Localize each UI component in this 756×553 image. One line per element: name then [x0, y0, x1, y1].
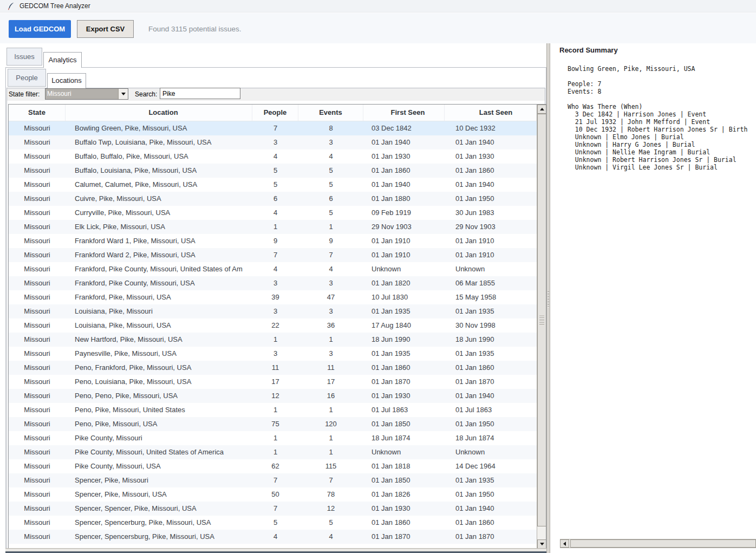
header-cell-first-seen[interactable]: First Seen — [363, 105, 445, 121]
header-cell-state[interactable]: State — [9, 105, 66, 121]
cell-state: Missouri — [9, 403, 66, 417]
cell-people: 39 — [252, 290, 298, 304]
tab-analytics[interactable]: Analytics — [43, 52, 82, 68]
table-row[interactable]: Missouri Peno, Peno, Pike, Missouri, USA… — [9, 389, 537, 403]
dropdown-arrow-button[interactable] — [118, 89, 128, 99]
table-row[interactable]: Missouri Pike County, Missouri, USA 62 1… — [9, 459, 537, 473]
cell-first-seen: 01 Jan 1940 — [363, 135, 445, 149]
table-row[interactable]: Missouri Paynesville, Pike, Missouri, US… — [9, 347, 537, 361]
table-row[interactable]: Missouri Spencer, Spencer, Pike, Missour… — [9, 502, 537, 516]
cell-people: 7 — [252, 248, 298, 262]
table-row[interactable]: Missouri Frankford Ward 2, Pike, Missour… — [9, 248, 537, 262]
scroll-left-button[interactable] — [560, 539, 569, 548]
header-cell-people[interactable]: People — [252, 105, 298, 121]
cell-events: 1 — [298, 445, 363, 459]
table-row[interactable]: Missouri Pike County, Missouri, United S… — [9, 445, 537, 459]
table-row[interactable]: Missouri Louisiana, Pike, Missouri 3 3 0… — [9, 304, 537, 318]
cell-events: 3 — [298, 276, 363, 290]
table-row[interactable]: Missouri New Hartford, Pike, Missouri, U… — [9, 333, 537, 347]
cell-first-seen: 01 Jan 1940 — [363, 178, 445, 192]
cell-location: Bowling Green, Pike, Missouri, USA — [66, 121, 252, 135]
table-row[interactable]: Missouri Peno, Frankford, Pike, Missouri… — [9, 361, 537, 375]
table-row[interactable]: Missouri Frankford, Pike, Missouri, USA … — [9, 290, 537, 304]
table-row[interactable]: Missouri Frankford, Pike County, Missour… — [9, 262, 537, 276]
cell-events: 4 — [298, 530, 363, 544]
table-row[interactable]: Missouri Curryville, Pike, Missouri, USA… — [9, 206, 537, 220]
table-row[interactable]: Missouri Peno, Louisiana, Pike, Missouri… — [9, 375, 537, 389]
summary-scrollbar-thumb[interactable] — [570, 539, 756, 548]
cell-events: 1 — [298, 333, 363, 347]
table-row[interactable]: Missouri Spencer, Pike, Missouri, USA 50… — [9, 487, 537, 502]
cell-location: Peno, Pike, Missouri, USA — [66, 417, 252, 431]
cell-location: Paynesville, Pike, Missouri, USA — [66, 347, 252, 361]
table-row[interactable]: Missouri Bowling Green, Pike, Missouri, … — [9, 121, 537, 135]
cell-last-seen: 01 Jan 1935 — [445, 473, 537, 487]
table-row[interactable]: Missouri Frankford, Pike County, Missour… — [9, 276, 537, 290]
cell-events: 3 — [298, 347, 363, 361]
table-row[interactable]: Missouri Frankford Ward 1, Pike, Missour… — [9, 234, 537, 248]
cell-state: Missouri — [9, 459, 66, 473]
cell-first-seen: 01 Jan 1935 — [363, 347, 445, 361]
table-row[interactable]: Missouri Buffalo, Louisiana, Pike, Misso… — [9, 164, 537, 178]
table-row[interactable]: Missouri Elk Lick, Pike, Missouri, USA 1… — [9, 220, 537, 234]
cell-location: Louisiana, Pike, Missouri, USA — [66, 318, 252, 333]
tab-locations[interactable]: Locations — [47, 73, 86, 88]
cell-last-seen: 01 Jan 1870 — [445, 375, 537, 389]
table-row[interactable]: Missouri Spencer, Pike, Missouri 7 7 01 … — [9, 473, 537, 487]
state-filter-combobox[interactable]: Missouri — [45, 88, 128, 100]
header-cell-last-seen[interactable]: Last Seen — [445, 105, 537, 121]
load-gedcom-button[interactable]: Load GEDCOM — [9, 20, 71, 38]
table-row[interactable]: Missouri Pike County, Missouri 1 1 18 Ju… — [9, 431, 537, 445]
summary-horizontal-scrollbar[interactable] — [560, 539, 756, 548]
header-cell-events[interactable]: Events — [298, 105, 363, 121]
cell-state: Missouri — [9, 220, 66, 234]
table-row[interactable]: Missouri Peno, Pike, Missouri, United St… — [9, 403, 537, 417]
cell-people: 6 — [252, 192, 298, 206]
table-row[interactable]: Missouri Calumet, Calumet, Pike, Missour… — [9, 178, 537, 192]
pane-sash[interactable] — [546, 43, 550, 553]
cell-last-seen: 01 Jan 1950 — [445, 487, 537, 502]
cell-last-seen: 29 Nov 1903 — [445, 220, 537, 234]
table-row[interactable]: Missouri Spencer, Spencersburg, Pike, Mi… — [9, 530, 537, 544]
cell-first-seen: 03 Dec 1842 — [363, 121, 445, 135]
table-vertical-scrollbar[interactable] — [537, 105, 546, 549]
cell-people: 5 — [252, 516, 298, 530]
toolbar: Load GEDCOM Export CSV Found 3115 potent… — [0, 13, 756, 43]
cell-people: 12 — [252, 389, 298, 403]
cell-first-seen: 17 Aug 1840 — [363, 318, 445, 333]
cell-first-seen: Unknown — [363, 262, 445, 276]
cell-state: Missouri — [9, 304, 66, 318]
export-csv-button[interactable]: Export CSV — [77, 20, 134, 38]
cell-state: Missouri — [9, 234, 66, 248]
cell-state: Missouri — [9, 487, 66, 502]
tab-people[interactable]: People — [8, 69, 46, 87]
cell-last-seen: 01 Jan 1930 — [445, 149, 537, 164]
cell-events: 7 — [298, 248, 363, 262]
scroll-down-button[interactable] — [537, 539, 546, 549]
header-cell-location[interactable]: Location — [66, 105, 252, 121]
cell-state: Missouri — [9, 389, 66, 403]
cell-location: Peno, Peno, Pike, Missouri, USA — [66, 389, 252, 403]
tab-issues[interactable]: Issues — [6, 48, 42, 66]
table-row[interactable]: Missouri Louisiana, Pike, Missouri, USA … — [9, 318, 537, 333]
cell-people: 17 — [252, 375, 298, 389]
cell-state: Missouri — [9, 121, 66, 135]
cell-first-seen: 01 Jan 1850 — [363, 473, 445, 487]
table-row[interactable]: Missouri Peno, Pike, Missouri, USA 75 12… — [9, 417, 537, 431]
search-input[interactable] — [160, 88, 240, 99]
cell-last-seen: 18 Jun 1990 — [445, 333, 537, 347]
cell-state: Missouri — [9, 262, 66, 276]
table-row[interactable]: Missouri Cuivre, Pike, Missouri, USA 6 6… — [9, 192, 537, 206]
cell-location: Pike County, Missouri, United States of … — [66, 445, 252, 459]
cell-first-seen: 01 Jan 1930 — [363, 502, 445, 516]
scroll-up-button[interactable] — [537, 105, 546, 114]
cell-last-seen: 01 Jan 1860 — [445, 516, 537, 530]
table-row[interactable]: Missouri Buffalo Twp, Louisiana, Pike, M… — [9, 135, 537, 149]
cell-location: Curryville, Pike, Missouri, USA — [66, 206, 252, 220]
scrollbar-thumb[interactable] — [537, 114, 546, 526]
cell-last-seen: 01 Jan 1935 — [445, 347, 537, 361]
cell-first-seen: 18 Jun 1874 — [363, 431, 445, 445]
table-row[interactable]: Missouri Buffalo, Buffalo, Pike, Missour… — [9, 149, 537, 164]
cell-first-seen: 01 Jan 1820 — [363, 276, 445, 290]
table-row[interactable]: Missouri Spencer, Spencerburg, Pike, Mis… — [9, 516, 537, 530]
